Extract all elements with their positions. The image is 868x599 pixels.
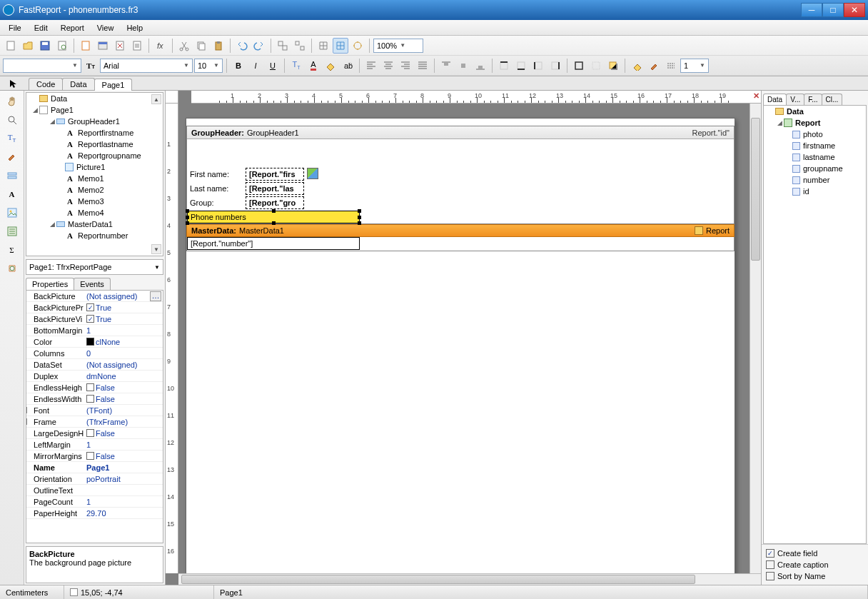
align-center-button[interactable] — [380, 58, 396, 74]
prop-frame[interactable]: +Frame(TfrxFrame) — [26, 416, 163, 428]
ungroup-button[interactable] — [292, 38, 308, 54]
frame-left-button[interactable] — [530, 58, 546, 74]
field-photo[interactable]: photo — [764, 129, 866, 140]
zoom-select[interactable]: 100%▼ — [373, 39, 423, 53]
tree-node-memo2[interactable]: AMemo2 — [26, 184, 163, 196]
bold-button[interactable]: B — [231, 58, 246, 74]
menu-view[interactable]: View — [91, 22, 120, 34]
band-tool[interactable] — [4, 168, 20, 183]
new-page-button[interactable] — [78, 38, 94, 54]
prop-dataset[interactable]: DataSet(Not assigned) — [26, 359, 163, 371]
ruler-close-icon[interactable]: ✕ — [753, 91, 760, 101]
tree-node-memo1[interactable]: AMemo1 — [26, 173, 163, 184]
frame-color-button[interactable] — [646, 58, 662, 74]
band-header-masterdata[interactable]: MasterData: MasterData1 Report — [186, 224, 735, 237]
tree-scroll-down[interactable]: ▼ — [151, 244, 161, 254]
tree-node-groupheader[interactable]: ◢GroupHeader1 — [26, 116, 163, 127]
picture-tool[interactable] — [4, 205, 20, 221]
prop-backpicture[interactable]: BackPicture(Not assigned)… — [26, 291, 163, 302]
prop-paperheight[interactable]: PaperHeight29.70 — [26, 508, 163, 519]
check-create-field[interactable]: ✓Create field — [766, 548, 864, 559]
new-button[interactable] — [3, 38, 19, 54]
prop-mirrormargins[interactable]: MirrorMarginsFalse — [26, 450, 163, 462]
prop-duplex[interactable]: DuplexdmNone — [26, 371, 163, 382]
new-dialog-button[interactable] — [95, 38, 111, 54]
prop-orientation[interactable]: OrientationpoPortrait — [26, 473, 163, 485]
text-tool[interactable]: TT — [4, 131, 20, 146]
prop-color[interactable]: ColorclNone — [26, 336, 163, 348]
align-justify-button[interactable] — [415, 58, 430, 74]
properties-grid[interactable]: BackPicture(Not assigned)… BackPicturePr… — [26, 290, 163, 543]
tree-node-page1[interactable]: ◢Page1 — [26, 104, 163, 116]
page-surface[interactable]: GroupHeader: GroupHeader1 Report."id" Fi… — [186, 118, 735, 573]
field-firstname[interactable]: First name: [Report."firs — [190, 168, 304, 181]
tab-page1[interactable]: Page1 — [94, 79, 133, 91]
preview-button[interactable] — [54, 38, 70, 54]
tab-data[interactable]: Data — [62, 78, 94, 90]
frame-style-button[interactable] — [663, 58, 679, 74]
font-color-button[interactable]: A — [306, 58, 321, 74]
tree-node-reportgroupname[interactable]: AReportgroupname — [26, 150, 163, 161]
prop-largedesignheight[interactable]: LargeDesignHFalse — [26, 428, 163, 439]
tree-node-data[interactable]: Data — [26, 93, 163, 104]
prop-columns[interactable]: Columns0 — [26, 348, 163, 359]
frame-top-button[interactable] — [496, 58, 512, 74]
frame-shadow-button[interactable] — [605, 58, 621, 74]
grid-button[interactable] — [316, 38, 331, 54]
tab-properties[interactable]: Properties — [26, 278, 74, 290]
copy-button[interactable] — [193, 38, 209, 54]
field-lastname[interactable]: Last name: [Report."las — [190, 182, 304, 195]
field-number[interactable]: number — [764, 174, 866, 186]
text-rotate-button[interactable]: ab — [340, 58, 355, 74]
prop-endlesswidth[interactable]: EndlessWidthFalse — [26, 393, 163, 405]
draw-tool[interactable] — [4, 261, 20, 276]
tree-node-reportnumber[interactable]: AReportnumber — [26, 230, 163, 241]
data-root[interactable]: Data — [764, 106, 866, 117]
variables-button[interactable]: fx — [153, 38, 168, 54]
tab-events[interactable]: Events — [74, 278, 111, 290]
close-button[interactable]: ✕ — [844, 3, 865, 17]
delete-page-button[interactable] — [112, 38, 128, 54]
rtab-functions[interactable]: F... — [804, 94, 822, 105]
tree-node-reportlastname[interactable]: AReportlastname — [26, 139, 163, 150]
prop-font[interactable]: +Font(TFont) — [26, 405, 163, 416]
fit-grid-button[interactable] — [350, 38, 365, 54]
group-button[interactable] — [275, 38, 291, 54]
align-left-button[interactable] — [363, 58, 379, 74]
picture-object[interactable] — [307, 168, 318, 179]
field-id[interactable]: id — [764, 186, 866, 197]
memo-phone-numbers[interactable]: Phone numbers — [187, 211, 360, 223]
subreport-tool[interactable] — [4, 223, 20, 239]
bg-color-button[interactable] — [629, 58, 645, 74]
prop-pagecount[interactable]: PageCount1 — [26, 496, 163, 508]
field-groupname[interactable]: groupname — [764, 163, 866, 174]
undo-button[interactable] — [234, 38, 250, 54]
band-masterdata[interactable]: [Report."number"] — [186, 237, 735, 251]
frame-none-button[interactable] — [588, 58, 604, 74]
menu-report[interactable]: Report — [55, 22, 90, 34]
field-lastname[interactable]: lastname — [764, 151, 866, 163]
tree-node-memo4[interactable]: AMemo4 — [26, 207, 163, 218]
underline-button[interactable]: U — [265, 58, 281, 74]
frame-bottom-button[interactable] — [513, 58, 529, 74]
rtab-data[interactable]: Data — [763, 94, 787, 105]
frame-all-button[interactable] — [571, 58, 587, 74]
object-selector[interactable]: Page1: TfrxReportPage▼ — [26, 259, 163, 275]
paste-button[interactable] — [211, 38, 226, 54]
vertical-scrollbar[interactable] — [750, 104, 761, 573]
maximize-button[interactable]: □ — [822, 3, 844, 17]
prop-name[interactable]: NamePage1 — [26, 462, 163, 473]
field-firstname[interactable]: firstname — [764, 140, 866, 151]
prop-endlessheight[interactable]: EndlessHeighFalse — [26, 382, 163, 393]
save-button[interactable] — [37, 38, 53, 54]
select-tool-icon[interactable] — [7, 78, 19, 89]
page-settings-button[interactable] — [129, 38, 145, 54]
font-settings-button[interactable]: TT — [288, 58, 304, 74]
fill-color-button[interactable] — [323, 58, 338, 74]
prop-leftmargin[interactable]: LeftMargin1 — [26, 439, 163, 450]
align-right-button[interactable] — [398, 58, 413, 74]
valign-bottom-button[interactable] — [473, 58, 488, 74]
menu-file[interactable]: File — [3, 22, 27, 34]
prop-outlinetext[interactable]: OutlineText — [26, 485, 163, 496]
prop-backpictureprintable[interactable]: BackPicturePr✓True — [26, 302, 163, 313]
